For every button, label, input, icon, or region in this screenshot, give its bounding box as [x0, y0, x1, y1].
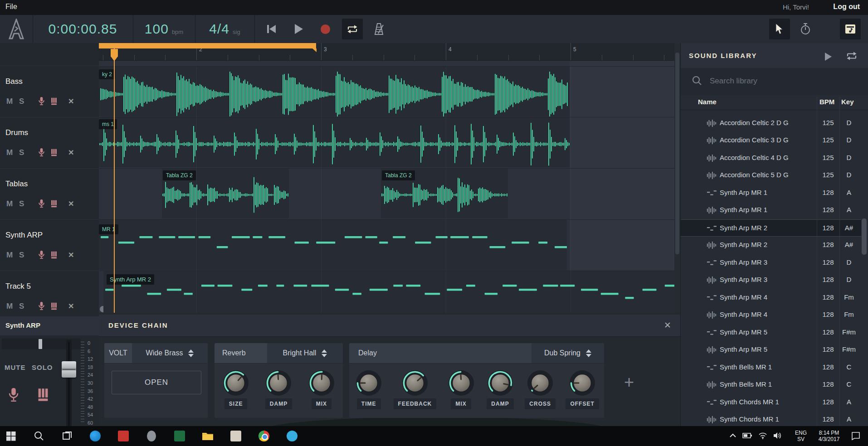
track-delete-button[interactable]: ✕ — [68, 251, 74, 259]
track-mute-button[interactable]: M — [6, 97, 13, 106]
track5-midi-clip[interactable]: Synth Arp MR 2 — [103, 271, 674, 313]
track-mic-icon[interactable] — [38, 199, 45, 208]
volt-preset-select[interactable]: Wide Brass — [132, 343, 208, 363]
knob-feedback[interactable]: FEEDBACK — [394, 368, 437, 409]
track-mute-button[interactable]: M — [6, 251, 13, 260]
column-bpm[interactable]: BPM — [819, 98, 834, 106]
taskbar-icon-app-tan[interactable] — [229, 430, 242, 442]
knob-cross[interactable]: CROSS — [525, 368, 556, 409]
track-instrument-icon[interactable] — [50, 251, 58, 259]
play-button[interactable] — [288, 19, 309, 39]
reverb-tab[interactable]: Reverb — [215, 343, 267, 363]
track-solo-button[interactable]: S — [19, 148, 24, 157]
knob-damp[interactable]: DAMP — [264, 368, 293, 409]
track-mic-icon[interactable] — [38, 301, 45, 310]
column-key[interactable]: Key — [841, 98, 854, 106]
knob-dial[interactable] — [307, 368, 336, 398]
knob-time[interactable]: TIME — [354, 368, 383, 409]
delay-preset-select[interactable]: Dub Spring — [532, 343, 604, 363]
library-search[interactable]: Search library — [681, 68, 868, 95]
knob-dial[interactable] — [447, 368, 476, 398]
track-mic-icon[interactable] — [38, 97, 45, 106]
timeline-vertical-scrollbar-thumb[interactable] — [675, 53, 679, 254]
knob-mix[interactable]: MIX — [447, 368, 476, 409]
track-mute-button[interactable]: M — [6, 148, 13, 157]
search-input[interactable]: Search library — [710, 77, 757, 86]
knob-offset[interactable]: OFFSET — [566, 368, 599, 409]
track-row[interactable]: DrumsMS✕ — [0, 117, 99, 168]
track-delete-button[interactable]: ✕ — [68, 148, 74, 157]
logout-link[interactable]: Log out — [833, 3, 860, 11]
language-indicator[interactable]: ENG SV — [792, 430, 810, 442]
knob-dial[interactable] — [354, 368, 383, 398]
library-row[interactable]: Synth Arp MR 5128F#m — [681, 341, 861, 359]
volt-tab[interactable]: VOLT — [104, 343, 132, 363]
taskbar-icon-skype[interactable] — [286, 430, 298, 442]
sound-library-toggle-button[interactable] — [840, 19, 861, 39]
metronome-button[interactable] — [369, 19, 390, 39]
taskbar-icon-chrome[interactable] — [258, 430, 270, 442]
preview-loop-icon[interactable] — [846, 51, 858, 61]
track-delete-button[interactable]: ✕ — [68, 199, 74, 208]
library-row[interactable]: Synth Arp MR 4128Fm — [681, 289, 861, 307]
track-row[interactable]: Synth ARPMS✕ — [0, 219, 99, 271]
pan-slider-handle[interactable] — [39, 339, 42, 349]
tabla-audio-clip-2[interactable]: Tabla ZG 2 — [381, 169, 508, 218]
reverb-preset-select[interactable]: Bright Hall — [267, 343, 343, 363]
library-scrollbar-thumb[interactable] — [862, 218, 867, 255]
track-row[interactable]: BassMS✕ — [0, 66, 99, 117]
knob-mix[interactable]: MIX — [307, 368, 336, 409]
column-name[interactable]: Name — [698, 98, 717, 106]
timeline-arrangement[interactable]: 2345 ky 2 ms 1 Tabla ZG 2 Tabla ZG 2 MR … — [99, 43, 680, 313]
track-mic-icon[interactable] — [38, 148, 45, 157]
knob-damp[interactable]: DAMP — [486, 368, 515, 409]
synth-arp-midi-clip[interactable]: MR 1 — [99, 220, 567, 270]
knob-dial[interactable] — [486, 368, 515, 398]
record-arm-mic-icon[interactable] — [7, 387, 20, 402]
knob-dial[interactable] — [526, 368, 555, 398]
track-instrument-icon[interactable] — [50, 149, 58, 156]
track-delete-button[interactable]: ✕ — [68, 302, 74, 310]
library-row[interactable]: Accordion Celtic 3 D G125D — [681, 132, 861, 150]
knob-dial[interactable] — [568, 368, 597, 398]
taskbar-icon-start[interactable] — [5, 430, 17, 442]
library-row[interactable]: Synth Arp MR 2128A# — [681, 237, 861, 254]
library-row[interactable]: Synth Arp MR 5128F#m — [681, 324, 861, 342]
taskbar-icon-excel[interactable] — [173, 430, 186, 442]
library-row[interactable]: Synth Bells MR 1128C — [681, 359, 861, 377]
volume-fader[interactable] — [66, 340, 72, 431]
track-mic-icon[interactable] — [38, 250, 45, 259]
app-logo[interactable] — [0, 15, 33, 43]
library-row[interactable]: Synth Bells MR 1128C — [681, 376, 861, 394]
library-row[interactable]: Synth Arp MR 3128D — [681, 271, 861, 289]
track-solo-button[interactable]: S — [19, 97, 24, 106]
stopwatch-button[interactable] — [795, 19, 816, 39]
time-signature-display[interactable]: 4/4 sig — [195, 15, 255, 43]
drums-audio-clip[interactable]: ms 1 — [99, 117, 570, 167]
library-row[interactable]: Synth Arp MR 3128D — [681, 254, 861, 272]
instrument-piano-icon[interactable] — [37, 388, 49, 402]
track-mute-button[interactable]: M — [6, 302, 13, 311]
skip-to-start-button[interactable] — [261, 19, 282, 39]
track-solo-button[interactable]: S — [19, 251, 24, 260]
open-instrument-button[interactable]: OPEN — [112, 371, 201, 394]
library-row[interactable]: Synth Arp MR 1128A — [681, 184, 861, 202]
tray-chevron-icon[interactable] — [729, 433, 736, 438]
library-row-selected[interactable]: Synth Arp MR 2128A# — [681, 219, 861, 237]
track-row[interactable]: TablasMS✕ — [0, 168, 99, 219]
library-row[interactable]: Synth Arp MR 1128A — [681, 202, 861, 219]
bpm-display[interactable]: 100 bpm — [133, 15, 195, 43]
add-device-button[interactable]: + — [619, 372, 639, 393]
bass-audio-clip[interactable]: ky 2 — [99, 67, 570, 116]
taskbar-icon-media-red[interactable] — [117, 430, 130, 442]
knob-size[interactable]: SIZE — [221, 368, 250, 409]
clock[interactable]: 8:14 PM 4/3/2017 — [813, 430, 845, 442]
delay-tab[interactable]: Delay — [349, 343, 532, 363]
track-solo-button[interactable]: S — [19, 302, 24, 311]
knob-dial[interactable] — [400, 368, 429, 398]
speaker-icon[interactable] — [773, 431, 782, 440]
taskbar-icon-edge[interactable] — [89, 430, 102, 442]
track-instrument-icon[interactable] — [50, 302, 58, 310]
loop-button[interactable] — [342, 19, 363, 39]
track-instrument-icon[interactable] — [50, 200, 58, 208]
